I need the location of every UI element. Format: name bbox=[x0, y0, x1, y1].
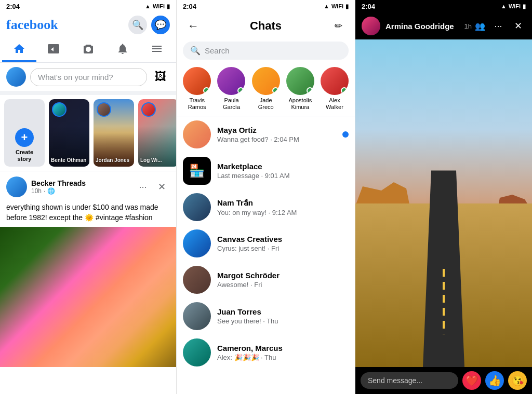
story-log[interactable]: Log Wi... bbox=[138, 99, 176, 167]
chat-header: Armina Goodridge 1h 👥 ··· ✕ bbox=[355, 12, 532, 39]
chat-item-margot[interactable]: Margot Schröder Awesome! · Fri bbox=[177, 262, 355, 298]
post-user-info: Becker Threads 10h · 🌐 bbox=[6, 176, 86, 197]
post-image-content bbox=[0, 227, 176, 367]
feed-status-bar: 2:04 ▲ WiFi ▮ bbox=[0, 0, 176, 12]
story-jordan[interactable]: Jordan Jones bbox=[94, 99, 134, 167]
chat-preview-marketplace: Last message · 9:01 AM bbox=[217, 172, 349, 180]
post-content: everything shown is under $100 and was m… bbox=[0, 202, 176, 227]
hug-reaction-button[interactable]: 😘 bbox=[508, 371, 527, 390]
post-avatar bbox=[6, 176, 27, 197]
chat-battery-icon: ▮ bbox=[523, 3, 526, 10]
chat-avatar-nam bbox=[183, 193, 211, 221]
chat-input-area: Send message... ❤️ 👍 😘 bbox=[355, 367, 532, 394]
post-meta: 10h · 🌐 bbox=[31, 187, 86, 195]
active-user-jade[interactable]: Jade Greco bbox=[252, 67, 280, 111]
post-box: What's on your mind? 🖼 bbox=[0, 63, 176, 95]
chat-item-juan[interactable]: Juan Torres See you there! · Thu bbox=[177, 298, 355, 334]
active-avatar-apostolis bbox=[286, 67, 314, 95]
chats-panel: 2:04 ▲ WiFi ▮ ← Chats ✏ 🔍 Search Travis … bbox=[177, 0, 355, 394]
chat-preview-cameron: Alex: 🎉🎉🎉 · Thu bbox=[217, 354, 349, 361]
active-user-alex[interactable]: Alex Walker bbox=[321, 67, 349, 111]
back-button[interactable]: ← bbox=[184, 17, 203, 35]
compose-button[interactable]: ✏ bbox=[329, 17, 348, 35]
chats-wifi-icon: WiFi bbox=[331, 3, 343, 9]
create-story-label: Createstory bbox=[16, 149, 33, 162]
chat-contact-details: Armina Goodridge 1h 👥 bbox=[385, 21, 485, 31]
chat-name-canvas: Canvas Creatives bbox=[217, 235, 349, 243]
create-story-plus-icon: + bbox=[15, 128, 34, 147]
story-avatar-log bbox=[141, 102, 156, 117]
chats-battery-icon: ▮ bbox=[345, 3, 349, 10]
post-input[interactable]: What's on your mind? bbox=[30, 68, 147, 86]
chat-info-nam: Nam Trần You: on my way! · 9:12 AM bbox=[217, 198, 349, 216]
chat-wifi-icon: WiFi bbox=[509, 3, 521, 9]
chats-title: Chats bbox=[203, 19, 329, 33]
chat-info-maya: Maya Ortiz Wanna get food? · 2:04 PM bbox=[217, 126, 336, 143]
chat-item-nam[interactable]: Nam Trần You: on my way! · 9:12 AM bbox=[177, 189, 355, 225]
active-name-paula: Paula García bbox=[217, 97, 245, 111]
online-indicator-alex bbox=[341, 87, 348, 94]
chats-time: 2:04 bbox=[183, 3, 196, 10]
signal-icon: ▲ bbox=[145, 3, 151, 9]
chat-contact-group-icon: 👥 bbox=[475, 21, 485, 31]
chat-time: 2:04 bbox=[362, 3, 375, 10]
chat-close-button[interactable]: ✕ bbox=[510, 18, 526, 34]
chat-preview-maya: Wanna get food? · 2:04 PM bbox=[217, 135, 336, 143]
messenger-button[interactable]: 💬 bbox=[151, 16, 170, 34]
create-story-card[interactable]: + Createstory bbox=[4, 99, 45, 167]
chat-name-cameron: Cameron, Marcus bbox=[217, 344, 349, 352]
chat-avatar-marketplace: 🏪 bbox=[183, 157, 211, 185]
nav-video[interactable] bbox=[36, 37, 71, 62]
chat-more-button[interactable]: ··· bbox=[490, 18, 506, 34]
search-button[interactable]: 🔍 bbox=[128, 16, 147, 34]
active-name-alex: Alex Walker bbox=[321, 97, 349, 111]
active-user-paula[interactable]: Paula García bbox=[217, 67, 245, 111]
chat-contact-avatar bbox=[362, 17, 380, 35]
active-user-travis[interactable]: Travis Ramos bbox=[183, 67, 211, 111]
story-avatar-bente bbox=[52, 102, 66, 117]
chats-status-icons: ▲ WiFi ▮ bbox=[324, 3, 349, 10]
chat-status-bar: 2:04 ▲ WiFi ▮ bbox=[355, 0, 532, 12]
online-indicator-travis bbox=[203, 87, 210, 94]
post-options: ··· ✕ bbox=[135, 179, 170, 195]
stories-section: + Createstory Bente Othman Jordan Jones … bbox=[0, 95, 176, 171]
feed-header-icons: 🔍 💬 bbox=[128, 16, 170, 34]
facebook-logo: facebook bbox=[6, 17, 58, 33]
nav-home[interactable] bbox=[2, 37, 36, 62]
active-avatar-jade bbox=[252, 67, 280, 95]
photo-button[interactable]: 🖼 bbox=[151, 67, 170, 86]
active-user-apostolis[interactable]: Apostolis Kimura bbox=[286, 67, 314, 111]
chat-item-cameron[interactable]: Cameron, Marcus Alex: 🎉🎉🎉 · Thu bbox=[177, 334, 355, 371]
road-scene bbox=[355, 39, 532, 367]
chat-window-panel: 2:04 ▲ WiFi ▮ Armina Goodridge 1h 👥 ··· … bbox=[355, 0, 532, 394]
chat-item-canvas[interactable]: Canvas Creatives Cyrus: just sent! · Fri bbox=[177, 225, 355, 262]
story-name-log: Log Wi... bbox=[140, 157, 176, 164]
battery-icon: ▮ bbox=[167, 3, 170, 10]
chat-avatar-canvas bbox=[183, 229, 211, 257]
story-bente[interactable]: Bente Othman bbox=[49, 99, 89, 167]
active-name-jade: Jade Greco bbox=[252, 97, 280, 111]
chat-info-canvas: Canvas Creatives Cyrus: just sent! · Fri bbox=[217, 235, 349, 252]
feed-status-icons: ▲ WiFi ▮ bbox=[145, 3, 170, 10]
chat-preview-canvas: Cyrus: just sent! · Fri bbox=[217, 244, 349, 252]
chat-signal-icon: ▲ bbox=[501, 3, 507, 9]
active-name-apostolis: Apostolis Kimura bbox=[286, 97, 314, 111]
chat-input[interactable]: Send message... bbox=[361, 372, 458, 389]
chat-item-marketplace[interactable]: 🏪 Marketplace Last message · 9:01 AM bbox=[177, 153, 355, 189]
post-username: Becker Threads bbox=[31, 179, 86, 187]
nav-menu[interactable] bbox=[140, 37, 174, 62]
post-card: Becker Threads 10h · 🌐 ··· ✕ everything … bbox=[0, 171, 176, 367]
chat-preview-margot: Awesome! · Fri bbox=[217, 281, 349, 289]
like-reaction-button[interactable]: 👍 bbox=[485, 371, 504, 390]
active-users-section: Travis Ramos Paula García Jade Greco Apo… bbox=[177, 64, 355, 116]
chat-header-icons: ··· ✕ bbox=[490, 18, 526, 34]
chat-item-maya[interactable]: Maya Ortiz Wanna get food? · 2:04 PM bbox=[177, 116, 355, 153]
nav-notifications[interactable] bbox=[105, 37, 140, 62]
nav-marketplace[interactable] bbox=[71, 37, 105, 62]
search-bar[interactable]: 🔍 Search bbox=[183, 42, 349, 60]
post-close-button[interactable]: ✕ bbox=[153, 179, 170, 195]
post-more-button[interactable]: ··· bbox=[135, 179, 151, 195]
feed-time: 2:04 bbox=[6, 3, 20, 10]
feed-panel: 2:04 ▲ WiFi ▮ facebook 🔍 💬 bbox=[0, 0, 177, 394]
heart-reaction-button[interactable]: ❤️ bbox=[462, 371, 481, 390]
